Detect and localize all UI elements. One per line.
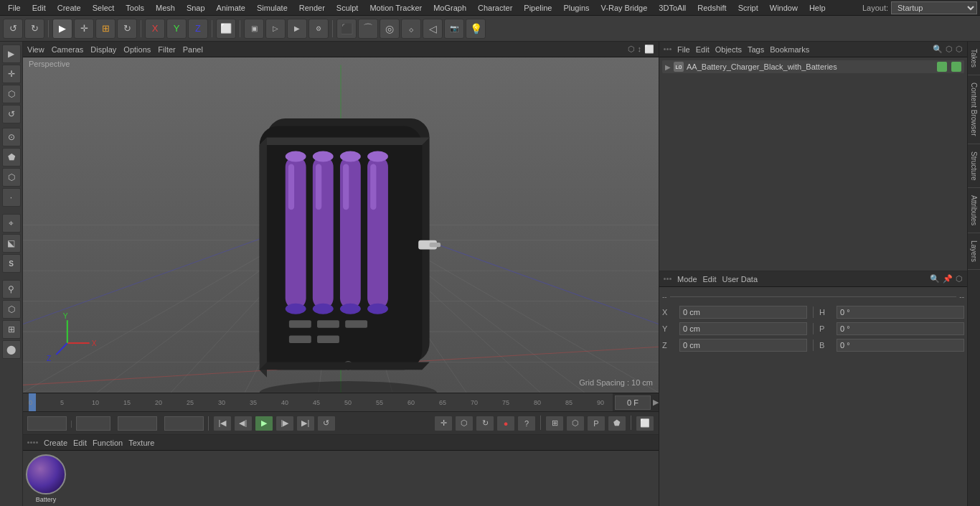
edit-key-btn[interactable]: ⬡ — [566, 416, 585, 431]
viewport-icon-2[interactable]: ↕ — [638, 44, 642, 54]
viewport-menu-filter[interactable]: Filter — [158, 45, 175, 54]
render-frame-btn[interactable]: ⬜ — [636, 416, 654, 431]
am-x-pos-field[interactable]: 0 cm — [679, 306, 807, 319]
loop-button[interactable]: ↺ — [317, 416, 336, 431]
question-btn[interactable]: ? — [517, 416, 536, 431]
om-render-dot[interactable] — [951, 62, 961, 72]
vtab-content-browser[interactable]: Content Browser — [968, 75, 980, 144]
rotate-btn[interactable]: ↺ — [2, 105, 21, 123]
record-btn[interactable]: ● — [496, 416, 515, 431]
nurbs-button[interactable]: ◎ — [380, 19, 400, 39]
auto-key-btn[interactable]: P — [587, 416, 606, 431]
y-axis-button[interactable]: Y — [166, 19, 187, 39]
joint-btn[interactable]: ⌖ — [2, 214, 21, 233]
viewport[interactable]: View Cameras Display Options Filter Pane… — [23, 42, 659, 393]
x-axis-button[interactable]: X — [145, 19, 165, 39]
viewport-menu-panel[interactable]: Panel — [183, 45, 203, 54]
bb-menu-texture[interactable]: Texture — [128, 439, 154, 447]
end-frame-input[interactable]: 90 F — [118, 416, 157, 431]
z-axis-button[interactable]: Z — [188, 19, 208, 39]
s-icon-btn[interactable]: S — [2, 254, 21, 273]
vtab-takes[interactable]: Takes — [968, 42, 980, 75]
menu-3dtoall[interactable]: 3DToAll — [654, 2, 691, 14]
menu-pipeline[interactable]: Pipeline — [519, 2, 557, 14]
bb-menu-function[interactable]: Function — [93, 439, 123, 447]
scale-btn[interactable]: ⬡ — [2, 85, 21, 103]
menu-script[interactable]: Script — [733, 2, 763, 14]
light-button[interactable]: 💡 — [466, 19, 486, 39]
am-b-rot-field[interactable]: 0 ° — [837, 339, 964, 352]
viewport-menu-display[interactable]: Display — [90, 45, 116, 54]
knife-btn[interactable]: ⬡ — [2, 300, 21, 319]
current-frame-input2[interactable]: 0 F — [76, 416, 110, 431]
bb-menu-edit[interactable]: Edit — [73, 439, 87, 447]
menu-animate[interactable]: Animate — [212, 2, 250, 14]
material-item-battery[interactable]: Battery — [26, 454, 66, 503]
menu-mesh[interactable]: Mesh — [151, 2, 180, 14]
om-visible-dot[interactable] — [937, 62, 947, 72]
deformer-button[interactable]: ⬦ — [401, 19, 421, 39]
camera-button[interactable]: 📷 — [444, 19, 464, 39]
timeline-inner[interactable]: 0 5 10 15 20 25 30 35 40 45 50 55 60 65 … — [23, 393, 613, 411]
undo-button[interactable]: ↺ — [3, 19, 23, 39]
select-tool-btn[interactable]: ▶ — [2, 44, 21, 63]
end-frame-input2[interactable]: 90 F — [164, 416, 204, 431]
move-tool-button[interactable]: ✛ — [74, 19, 94, 39]
render-settings-button[interactable]: ⚙ — [308, 19, 329, 39]
viewport-menu-view[interactable]: View — [27, 45, 44, 54]
step-forward-button[interactable]: |▶ — [275, 416, 294, 431]
goto-end-button[interactable]: ▶| — [296, 416, 315, 431]
move-key-btn[interactable]: ⊞ — [545, 416, 564, 431]
polygon-btn[interactable]: ⬟ — [2, 148, 21, 167]
menu-window[interactable]: Window — [765, 2, 803, 14]
menu-sculpt[interactable]: Sculpt — [331, 2, 364, 14]
om-menu-objects[interactable]: Objects — [715, 45, 742, 54]
key-tool-btn[interactable]: ⬟ — [608, 416, 626, 431]
step-back-button[interactable]: ◀| — [234, 416, 253, 431]
render-to-po-button[interactable]: ▷ — [265, 19, 286, 39]
goto-start-button[interactable]: |◀ — [213, 416, 232, 431]
edge-btn[interactable]: ⬡ — [2, 168, 21, 187]
spline-button[interactable]: ⌒ — [358, 19, 378, 39]
brush-btn[interactable]: ⊙ — [2, 128, 21, 146]
env-button[interactable]: ◁ — [423, 19, 443, 39]
menu-plugins[interactable]: Plugins — [558, 2, 594, 14]
rotate-tool-btn2[interactable]: ↻ — [476, 416, 494, 431]
am-menu-mode[interactable]: Mode — [677, 275, 697, 284]
om-expand-icon[interactable]: ▶ — [665, 63, 671, 71]
menu-redshift[interactable]: Redshift — [692, 2, 731, 14]
start-frame-input[interactable]: 0 F — [27, 416, 67, 431]
menu-character[interactable]: Character — [473, 2, 517, 14]
menu-snap[interactable]: Snap — [182, 2, 210, 14]
render-region-button[interactable]: ▣ — [244, 19, 264, 39]
material-thumbnail-battery[interactable] — [26, 454, 66, 495]
am-h-rot-field[interactable]: 0 ° — [837, 306, 964, 319]
menu-vray-bridge[interactable]: V-Ray Bridge — [596, 2, 653, 14]
menu-simulate[interactable]: Simulate — [252, 2, 293, 14]
viewport-menu-options[interactable]: Options — [123, 45, 151, 54]
render-active-view-button[interactable]: ▶ — [287, 19, 307, 39]
model-mode-button[interactable]: ▶ — [52, 19, 72, 39]
grid-btn[interactable]: ⊞ — [2, 320, 21, 339]
am-y-pos-field[interactable]: 0 cm — [679, 322, 807, 335]
viewport-icon-1[interactable]: ⬡ — [628, 44, 635, 54]
redo-button[interactable]: ↻ — [24, 19, 44, 39]
current-frame-input[interactable] — [615, 395, 651, 410]
viewport-icon-3[interactable]: ⬜ — [644, 44, 654, 54]
vtab-structure[interactable]: Structure — [968, 144, 980, 189]
point-btn[interactable]: · — [2, 188, 21, 207]
menu-mograph[interactable]: MoGraph — [428, 2, 471, 14]
menu-create[interactable]: Create — [52, 2, 86, 14]
menu-render[interactable]: Render — [294, 2, 330, 14]
menu-file[interactable]: File — [3, 2, 26, 14]
menu-help[interactable]: Help — [804, 2, 831, 14]
vtab-attributes[interactable]: Attributes — [968, 188, 980, 233]
om-menu-edit[interactable]: Edit — [696, 45, 710, 54]
magnet-btn[interactable]: ⚲ — [2, 280, 21, 299]
menu-motion-tracker[interactable]: Motion Tracker — [364, 2, 427, 14]
menu-edit[interactable]: Edit — [27, 2, 51, 14]
menu-tools[interactable]: Tools — [121, 2, 149, 14]
am-z-pos-field[interactable]: 0 cm — [679, 339, 807, 352]
layout-select[interactable]: Startup — [891, 1, 977, 14]
vtab-layers[interactable]: Layers — [968, 233, 980, 270]
